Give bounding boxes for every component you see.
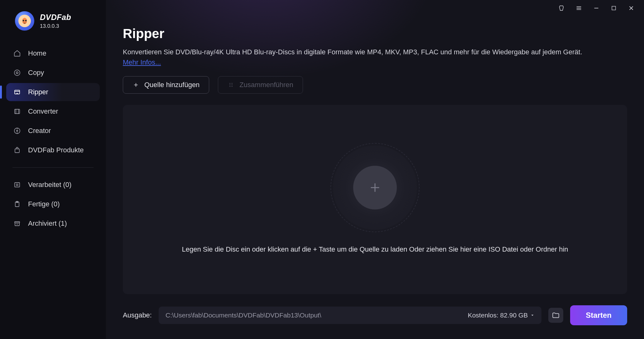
- sidebar-item-home[interactable]: Home: [6, 44, 100, 62]
- nav-divider: [12, 167, 94, 168]
- clipboard-icon: [13, 200, 21, 208]
- output-label: Ausgabe:: [123, 311, 152, 319]
- chevron-down-icon: [530, 313, 535, 317]
- bag-icon: [13, 146, 21, 154]
- svg-point-1: [23, 20, 24, 22]
- start-button[interactable]: Starten: [570, 305, 627, 325]
- list-icon: [13, 181, 21, 189]
- plus-icon: [368, 180, 382, 195]
- archive-icon: [13, 219, 21, 228]
- sidebar-item-converter[interactable]: Converter: [6, 102, 100, 120]
- svg-point-3: [14, 70, 20, 76]
- page-title: Ripper: [123, 26, 627, 41]
- output-row: C:\Users\fab\Documents\DVDFab\DVDFab13\O…: [159, 307, 541, 324]
- creator-icon: [13, 127, 21, 135]
- svg-point-8: [17, 130, 18, 131]
- add-source-button[interactable]: Quelle hinzufügen: [123, 76, 209, 94]
- footer: Ausgabe: C:\Users\fab\Documents\DVDFab\D…: [106, 294, 644, 339]
- sidebar-item-label: Ripper: [28, 88, 48, 96]
- ripper-icon: [13, 88, 21, 96]
- svg-rect-10: [15, 183, 20, 187]
- disc-icon: [13, 69, 21, 77]
- free-space-label: Kostenlos: 82.90 GB: [468, 312, 528, 319]
- maximize-icon[interactable]: [610, 4, 618, 12]
- drop-target-circle: [333, 145, 417, 230]
- sidebar-item-archived[interactable]: Archiviert (1): [6, 214, 100, 233]
- titlebar: [106, 0, 644, 16]
- brand-version: 13.0.0.3: [40, 23, 71, 29]
- output-path: C:\Users\fab\Documents\DVDFab\DVDFab13\O…: [166, 312, 462, 319]
- more-info-link[interactable]: Mehr Infos...: [123, 58, 161, 66]
- add-source-label: Quelle hinzufügen: [144, 81, 199, 89]
- sidebar-item-label: Fertige (0): [28, 200, 60, 208]
- action-row: Quelle hinzufügen Zusammenführen: [123, 76, 627, 94]
- app-logo: [15, 11, 34, 31]
- drop-hint: Legen Sie die Disc ein oder klicken auf …: [172, 245, 577, 253]
- minimize-icon[interactable]: [592, 4, 600, 12]
- sidebar-item-label: Verarbeitet (0): [28, 181, 71, 189]
- close-icon[interactable]: [627, 4, 635, 12]
- sidebar-item-copy[interactable]: Copy: [6, 64, 100, 82]
- converter-icon: [13, 107, 21, 115]
- svg-point-4: [16, 72, 18, 74]
- sidebar-item-label: Home: [28, 49, 46, 57]
- brand-name: DVDFab: [40, 13, 71, 22]
- drop-plus-button[interactable]: [353, 166, 397, 209]
- plus-icon: [132, 81, 139, 88]
- svg-rect-6: [15, 109, 20, 114]
- svg-rect-15: [612, 6, 616, 10]
- nav-primary: Home Copy Ripper Converter Creator DVDFa…: [6, 44, 100, 233]
- sidebar-item-label: Creator: [28, 127, 51, 135]
- sidebar-item-label: DVDFab Produkte: [28, 146, 84, 154]
- svg-point-2: [25, 20, 27, 22]
- sidebar-item-label: Archiviert (1): [28, 219, 67, 228]
- sidebar-item-creator[interactable]: Creator: [6, 122, 100, 140]
- free-space[interactable]: Kostenlos: 82.90 GB: [468, 312, 535, 319]
- sidebar: DVDFab 13.0.0.3 Home Copy Ripper Convert…: [0, 0, 106, 339]
- page-description: Konvertieren Sie DVD/Blu-ray/4K Ultra HD…: [123, 47, 627, 67]
- svg-rect-9: [15, 149, 19, 153]
- home-icon: [13, 49, 21, 57]
- sidebar-item-finished[interactable]: Fertige (0): [6, 195, 100, 213]
- open-folder-button[interactable]: [548, 308, 563, 323]
- sidebar-item-processed[interactable]: Verarbeitet (0): [6, 176, 100, 194]
- theme-icon[interactable]: [557, 4, 565, 12]
- page-description-text: Konvertieren Sie DVD/Blu-ray/4K Ultra HD…: [123, 48, 582, 56]
- merge-label: Zusammenführen: [239, 81, 293, 89]
- merge-icon: [228, 81, 234, 88]
- merge-button: Zusammenführen: [218, 76, 303, 94]
- menu-icon[interactable]: [575, 4, 583, 12]
- sidebar-item-label: Copy: [28, 69, 44, 77]
- sidebar-item-products[interactable]: DVDFab Produkte: [6, 141, 100, 159]
- brand: DVDFab 13.0.0.3: [6, 11, 100, 31]
- main: Ripper Konvertieren Sie DVD/Blu-ray/4K U…: [106, 0, 644, 339]
- dropzone[interactable]: Legen Sie die Disc ein oder klicken auf …: [123, 105, 627, 294]
- sidebar-item-label: Converter: [28, 107, 58, 115]
- sidebar-item-ripper[interactable]: Ripper: [6, 83, 100, 101]
- content: Ripper Konvertieren Sie DVD/Blu-ray/4K U…: [106, 16, 644, 294]
- folder-icon: [552, 311, 560, 319]
